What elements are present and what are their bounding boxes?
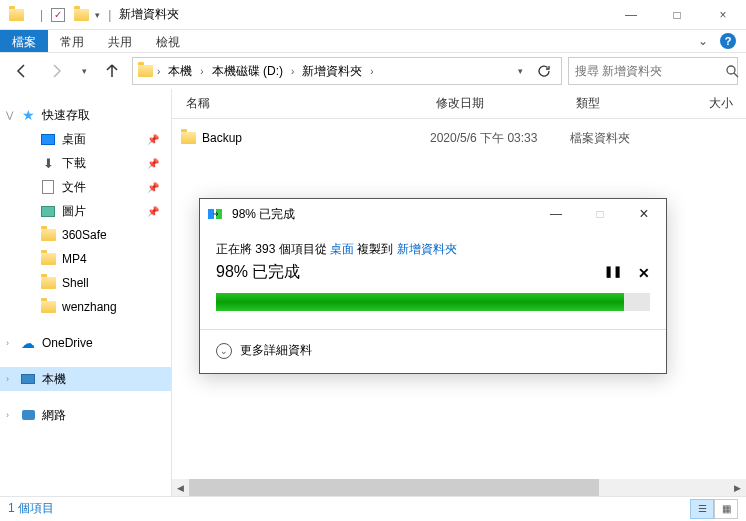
tab-file[interactable]: 檔案 (0, 30, 48, 52)
chevron-right-icon[interactable]: › (198, 66, 205, 77)
crumb-this-pc[interactable]: 本機 (164, 61, 196, 82)
expand-icon[interactable]: ⋁ (6, 110, 13, 120)
scroll-left-icon[interactable]: ◀ (172, 479, 189, 496)
sidebar-item-folder[interactable]: 360Safe (0, 223, 171, 247)
crumb-folder[interactable]: 新增資料夾 (298, 61, 366, 82)
tab-view[interactable]: 檢視 (144, 30, 192, 52)
column-name[interactable]: 名稱 (180, 95, 430, 112)
qat-properties-icon[interactable]: ✓ (51, 8, 65, 22)
pin-icon: 📌 (147, 158, 159, 169)
sidebar-item-folder[interactable]: wenzhang (0, 295, 171, 319)
expand-icon[interactable]: › (6, 410, 9, 420)
search-input[interactable] (575, 64, 725, 78)
crumb-drive[interactable]: 本機磁碟 (D:) (208, 61, 287, 82)
pin-icon: 📌 (147, 134, 159, 145)
network-icon (20, 407, 36, 423)
column-headers: 名稱 修改日期 類型 大小 (172, 89, 746, 119)
column-size[interactable]: 大小 (660, 95, 746, 112)
search-icon[interactable] (725, 64, 739, 78)
folder-icon (8, 7, 24, 23)
sidebar-item-label: wenzhang (62, 300, 117, 314)
view-details-button[interactable]: ☰ (690, 499, 714, 519)
tab-share[interactable]: 共用 (96, 30, 144, 52)
separator: | (108, 8, 111, 22)
sidebar-item-label: 文件 (62, 179, 86, 196)
horizontal-scrollbar[interactable]: ◀ ▶ (172, 479, 746, 496)
address-bar: ▾ › 本機 › 本機磁碟 (D:) › 新增資料夾 › ▾ (0, 53, 746, 89)
sidebar-item-downloads[interactable]: ⬇ 下載 📌 (0, 151, 171, 175)
scroll-track[interactable] (189, 479, 729, 496)
folder-icon (40, 299, 56, 315)
expand-icon[interactable]: › (6, 338, 9, 348)
qat-dropdown-icon[interactable]: ▾ (95, 10, 100, 20)
sidebar-item-label: OneDrive (42, 336, 93, 350)
window-title: 新增資料夾 (119, 6, 179, 23)
scroll-right-icon[interactable]: ▶ (729, 479, 746, 496)
dialog-title: 98% 已完成 (232, 206, 295, 223)
address-dropdown-icon[interactable]: ▾ (512, 66, 529, 76)
recent-locations-icon[interactable]: ▾ (76, 57, 92, 85)
ribbon-collapse-icon[interactable]: ⌄ (690, 30, 716, 52)
close-button[interactable]: × (700, 0, 746, 30)
sidebar-item-label: 桌面 (62, 131, 86, 148)
folder-icon (180, 130, 196, 146)
pin-icon: 📌 (147, 206, 159, 217)
expand-icon[interactable]: › (6, 374, 9, 384)
tab-home[interactable]: 常用 (48, 30, 96, 52)
dialog-maximize-button[interactable]: □ (578, 199, 622, 229)
file-date: 2020/5/6 下午 03:33 (430, 130, 570, 147)
star-icon: ★ (20, 107, 36, 123)
sidebar-item-pictures[interactable]: 圖片 📌 (0, 199, 171, 223)
pc-icon (20, 371, 36, 387)
dialog-title-bar: 98% 已完成 — □ × (200, 199, 666, 229)
column-date[interactable]: 修改日期 (430, 95, 570, 112)
column-type[interactable]: 類型 (570, 95, 660, 112)
sidebar-item-desktop[interactable]: 桌面 📌 (0, 127, 171, 151)
back-button[interactable] (8, 57, 36, 85)
sidebar-item-network[interactable]: › 網路 (0, 403, 171, 427)
chevron-right-icon[interactable]: › (155, 66, 162, 77)
maximize-button[interactable]: □ (654, 0, 700, 30)
minimize-button[interactable]: — (608, 0, 654, 30)
file-name: Backup (202, 131, 242, 145)
forward-button[interactable] (42, 57, 70, 85)
sidebar-item-quick-access[interactable]: ⋁ ★ 快速存取 (0, 103, 171, 127)
svg-point-0 (727, 66, 735, 74)
sidebar-item-onedrive[interactable]: › ☁ OneDrive (0, 331, 171, 355)
sidebar-item-label: 360Safe (62, 228, 107, 242)
refresh-icon[interactable] (531, 64, 557, 78)
table-row[interactable]: Backup 2020/5/6 下午 03:33 檔案資料夾 (172, 127, 746, 149)
cancel-button[interactable]: ✕ (638, 265, 650, 281)
sidebar-item-documents[interactable]: 文件 📌 (0, 175, 171, 199)
file-type: 檔案資料夾 (570, 130, 660, 147)
copy-description: 正在將 393 個項目從 桌面 複製到 新增資料夾 (216, 241, 650, 258)
more-details-label: 更多詳細資料 (240, 342, 312, 359)
more-details-toggle[interactable]: ⌄ 更多詳細資料 (200, 330, 666, 373)
sidebar-item-label: 網路 (42, 407, 66, 424)
pictures-icon (40, 203, 56, 219)
pause-button[interactable]: ❚❚ (604, 265, 622, 281)
search-box[interactable] (568, 57, 738, 85)
destination-link[interactable]: 新增資料夾 (397, 242, 457, 256)
sidebar-item-label: 下載 (62, 155, 86, 172)
scroll-thumb[interactable] (189, 479, 599, 496)
status-bar: 1 個項目 ☰ ▦ (0, 496, 746, 520)
sidebar-item-label: 圖片 (62, 203, 86, 220)
folder-icon (73, 7, 89, 23)
source-link[interactable]: 桌面 (330, 242, 354, 256)
breadcrumb[interactable]: › 本機 › 本機磁碟 (D:) › 新增資料夾 › ▾ (132, 57, 562, 85)
up-button[interactable] (98, 57, 126, 85)
help-icon[interactable]: ? (720, 33, 736, 49)
sidebar-item-label: 快速存取 (42, 107, 90, 124)
view-icons-button[interactable]: ▦ (714, 499, 738, 519)
dialog-minimize-button[interactable]: — (534, 199, 578, 229)
desktop-icon (40, 131, 56, 147)
chevron-right-icon[interactable]: › (368, 66, 375, 77)
sidebar-item-label: Shell (62, 276, 89, 290)
sidebar-item-this-pc[interactable]: › 本機 (0, 367, 171, 391)
separator: | (40, 8, 43, 22)
dialog-close-button[interactable]: × (622, 199, 666, 229)
sidebar-item-folder[interactable]: Shell (0, 271, 171, 295)
sidebar-item-folder[interactable]: MP4 (0, 247, 171, 271)
chevron-right-icon[interactable]: › (289, 66, 296, 77)
